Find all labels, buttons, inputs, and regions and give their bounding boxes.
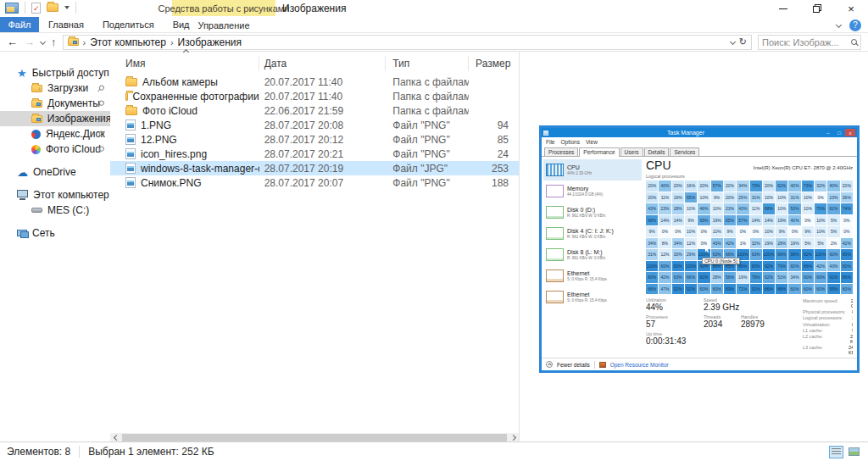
tm-speed-value: 2.39 GHz: [704, 303, 739, 312]
properties-qat-icon[interactable]: [31, 3, 41, 14]
tm-core-cell: 34%: [646, 238, 658, 249]
search-icon[interactable]: [851, 39, 857, 45]
column-header[interactable]: Имя: [110, 56, 259, 71]
file-row[interactable]: icon_hires.png28.07.2017 20:21Файл "PNG"…: [110, 147, 519, 161]
column-header[interactable]: Дата: [259, 56, 387, 71]
tm-core-cell: 86%: [841, 272, 853, 283]
file-type: Файл "PNG": [386, 134, 469, 146]
tm-sidebar-item: EthernetS: 0 Kbps R: 15.4 Kbps: [543, 265, 642, 286]
tm-core-cell: 32%: [750, 238, 762, 249]
file-name-cell: Альбом камеры: [110, 76, 259, 88]
customize-qat-chevron-icon[interactable]: [64, 6, 70, 9]
tm-core-cell: 10%: [776, 192, 787, 203]
tm-stat-row: Virtualization:Disabled: [803, 322, 853, 327]
breadcrumb-this-pc[interactable]: Этот компьютер: [90, 36, 166, 48]
sidebar-item[interactable]: MES (C:): [0, 203, 110, 218]
tm-core-cell: 20%: [763, 181, 775, 192]
sidebar-item[interactable]: Изображения: [0, 111, 110, 126]
tab-manage[interactable]: Управление: [172, 17, 275, 33]
tm-sidebar-item: EthernetS: 0 Kbps R: 15.4 Kbps: [543, 286, 642, 308]
tm-core-grid: 20%40%20%16%20%57%20%34%73%20%62%40%73%3…: [646, 181, 853, 294]
tm-core-cell: 0%: [698, 226, 709, 237]
file-row[interactable]: Сохраненные фотографии20.07.2017 11:40Па…: [110, 89, 519, 103]
main-content: ★Быстрый доступ↓ЗагрузкиДокументыИзображ…: [0, 52, 868, 442]
tm-core-cell: 60%: [802, 284, 814, 295]
scroll-right-arrow-icon[interactable]: [507, 436, 519, 440]
tm-core-cell: 63%: [750, 249, 762, 260]
file-row[interactable]: 1.PNG28.07.2017 20:08Файл "PNG"94: [110, 118, 519, 132]
breadcrumb-pictures[interactable]: Изображения: [178, 36, 242, 48]
ribbon-tab[interactable]: Главная: [39, 17, 93, 32]
scrollbar-thumb[interactable]: [122, 434, 507, 442]
tm-core-cell: 34%: [737, 181, 748, 192]
thumbnails-view-button[interactable]: [847, 446, 861, 458]
details-view-button[interactable]: [829, 446, 843, 458]
search-input[interactable]: [762, 37, 849, 47]
tm-stats: Utilization44% Speed2.39 GHz Processes57…: [646, 294, 853, 358]
file-name: Альбом камеры: [142, 76, 218, 88]
tm-core-cell: 16%: [672, 192, 684, 203]
sidebar-item[interactable]: ★Быстрый доступ: [0, 65, 110, 81]
tm-logical-processors-label: Logical processors: [646, 174, 853, 181]
tm-ethernet-icon: [546, 269, 564, 282]
recent-locations-chevron-icon[interactable]: [40, 39, 46, 45]
documents-folder-icon: [31, 100, 42, 108]
collapse-ribbon-chevron-icon[interactable]: [836, 22, 842, 28]
tm-core-cell: 73%: [802, 181, 814, 192]
ribbon-tab[interactable]: Поделиться: [93, 17, 164, 32]
tm-core-cell: 99%: [788, 249, 800, 260]
forward-button[interactable]: →: [24, 36, 35, 47]
horizontal-scrollbar[interactable]: [110, 433, 519, 442]
file-row[interactable]: Снимок.PNG28.07.2017 20:07Файл "PNG"188: [110, 175, 519, 190]
tm-sidebar-item: CPU44% 2.39 GHz: [543, 159, 642, 181]
tm-core-cell: 53%: [788, 203, 800, 214]
sidebar-item[interactable]: Фото iCloud: [0, 142, 110, 157]
tm-core-cell: 14%: [672, 215, 684, 226]
new-folder-qat-icon[interactable]: [47, 3, 58, 12]
tm-window-controls: – □ x: [823, 129, 855, 136]
tm-core-cell: 40%: [659, 181, 670, 192]
restore-button[interactable]: [800, 0, 834, 17]
ribbon-tab-row: Файл ГлавнаяПоделитьсяВид Управление ?: [0, 17, 868, 33]
tm-stat-value: 245760 KB: [849, 345, 853, 355]
tm-disk-icon: [546, 227, 564, 240]
scroll-left-arrow-icon[interactable]: [110, 436, 122, 440]
file-row[interactable]: windows-8-task-manager-cores...28.07.201…: [110, 161, 519, 175]
minimize-button[interactable]: [766, 0, 800, 17]
file-row[interactable]: 12.PNG28.07.2017 20:12Файл "PNG"85: [110, 132, 519, 147]
address-bar: ← → ↑ › Этот компьютер › Изображения ↻: [0, 33, 868, 52]
tm-core-cell: 9%: [711, 192, 723, 203]
tab-file[interactable]: Файл: [0, 17, 39, 32]
column-header[interactable]: Размер: [469, 56, 519, 71]
sidebar-item[interactable]: Сеть: [0, 225, 110, 241]
up-button[interactable]: ↑: [51, 36, 57, 47]
address-dropdown-chevron-icon[interactable]: [730, 39, 736, 45]
tm-core-cell: 19%: [776, 215, 787, 226]
sidebar-item[interactable]: Яндекс.Диск: [0, 126, 110, 142]
refresh-icon[interactable]: ↻: [739, 37, 747, 47]
search-box[interactable]: [758, 35, 861, 50]
sidebar-item[interactable]: ☁OneDrive: [0, 164, 110, 180]
sidebar-item[interactable]: Этот компьютер: [0, 187, 110, 203]
tm-core-cell: 10%: [685, 203, 697, 214]
back-button[interactable]: ←: [7, 36, 18, 47]
tm-tab: Performance: [579, 147, 619, 157]
tm-core-cell: 28%: [711, 272, 723, 283]
tm-core-cell: 23%: [724, 203, 736, 214]
file-list-pane: ИмяДатаТипРазмер Альбом камеры20.07.2017…: [110, 52, 520, 442]
sidebar-item[interactable]: ↓Загрузки: [0, 81, 110, 96]
file-row[interactable]: Фото iCloud22.06.2017 21:59Папка с файла…: [110, 103, 519, 118]
close-button[interactable]: ×: [834, 0, 868, 17]
tm-memory-icon: [546, 185, 564, 197]
sidebar-item[interactable]: Документы: [0, 96, 110, 111]
help-icon[interactable]: ?: [849, 19, 861, 31]
file-row[interactable]: Альбом камеры20.07.2017 11:40Папка с фай…: [110, 75, 519, 89]
local-drive-icon: [31, 208, 42, 213]
folder-icon: [125, 92, 128, 101]
tm-core-cell: 60%: [815, 284, 826, 295]
address-box[interactable]: › Этот компьютер › Изображения ↻: [63, 35, 753, 50]
tm-core-cell: 20%: [841, 181, 853, 192]
tm-core-cell: 5%: [827, 215, 839, 226]
tm-sidebar-item-text: Disk 8 (L: M:)R: 961 KB/s W: 0 KB/s: [567, 249, 605, 261]
column-header[interactable]: Тип: [386, 56, 469, 71]
